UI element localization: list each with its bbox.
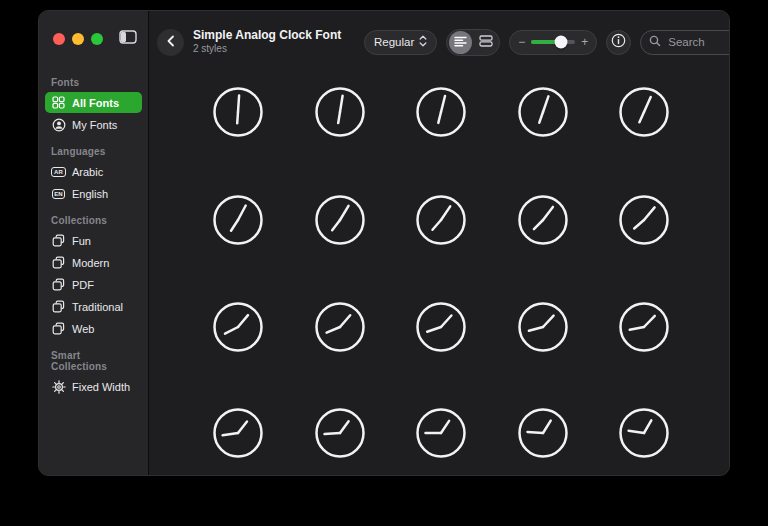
style-picker-value: Regular xyxy=(374,36,414,48)
sidebar-item-label: Arabic xyxy=(72,166,103,178)
increase-size-button[interactable]: + xyxy=(581,36,588,48)
sidebar-item-label: My Fonts xyxy=(72,119,117,131)
section-header-languages: Languages xyxy=(39,136,148,160)
clock-glyph-20[interactable] xyxy=(616,405,672,461)
search-field[interactable] xyxy=(640,30,730,55)
font-title: Simple Analog Clock Font xyxy=(193,28,355,43)
sample-text-view-button[interactable] xyxy=(449,31,472,54)
sidebar-item-traditional[interactable]: Traditional xyxy=(45,296,142,317)
clock-glyph-14[interactable] xyxy=(515,299,571,355)
info-icon xyxy=(611,33,626,52)
clock-glyph-3[interactable] xyxy=(413,84,469,140)
clock-glyph-8[interactable] xyxy=(413,192,469,248)
sidebar-item-fun[interactable]: Fun xyxy=(45,230,142,251)
sidebar-toggle-icon xyxy=(119,30,137,48)
clock-glyph-9[interactable] xyxy=(515,192,571,248)
collection-icon xyxy=(51,299,66,314)
collection-icon xyxy=(51,277,66,292)
stacked-rows-view-button[interactable] xyxy=(474,31,497,54)
font-book-window: FontsAll FontsMy FontsLanguagesARArabicE… xyxy=(38,10,730,476)
section-header-fonts: Fonts xyxy=(39,67,148,91)
section-header-smart-collections: Smart Collections xyxy=(39,340,148,375)
section-header-collections: Collections xyxy=(39,205,148,229)
sidebar-item-all-fonts[interactable]: All Fonts xyxy=(45,92,142,113)
collection-icon xyxy=(51,321,66,336)
sidebar-item-arabic[interactable]: ARArabic xyxy=(45,161,142,182)
chevron-left-icon xyxy=(166,33,176,51)
sidebar-item-my-fonts[interactable]: My Fonts xyxy=(45,114,142,135)
clock-glyph-1[interactable] xyxy=(210,84,266,140)
clock-glyph-18[interactable] xyxy=(413,405,469,461)
main-pane: Simple Analog Clock Font 2 styles Regula… xyxy=(149,11,730,475)
clock-glyph-11[interactable] xyxy=(210,299,266,355)
clock-glyph-2[interactable] xyxy=(312,84,368,140)
sidebar-item-english[interactable]: ENEnglish xyxy=(45,183,142,204)
badge-label: EN xyxy=(52,189,66,199)
title-block: Simple Analog Clock Font 2 styles xyxy=(193,28,355,56)
sidebar-item-label: Fixed Width xyxy=(72,381,130,393)
search-icon xyxy=(649,33,661,51)
clock-glyph-5[interactable] xyxy=(616,84,672,140)
font-subtitle: 2 styles xyxy=(193,43,355,56)
sidebar-sections: FontsAll FontsMy FontsLanguagesARArabicE… xyxy=(39,67,148,398)
sidebar-item-label: All Fonts xyxy=(72,97,119,109)
sidebar-item-label: PDF xyxy=(72,279,94,291)
clock-glyph-6[interactable] xyxy=(210,192,266,248)
zoom-button[interactable] xyxy=(91,33,103,45)
clock-glyph-7[interactable] xyxy=(312,192,368,248)
gear-icon xyxy=(51,379,66,394)
view-mode-segmented-control xyxy=(446,29,500,56)
info-button[interactable] xyxy=(606,30,631,55)
style-picker[interactable]: Regular xyxy=(364,30,437,55)
stacked-rows-icon xyxy=(479,33,493,51)
sidebar-titlebar xyxy=(39,11,148,67)
sidebar-item-web[interactable]: Web xyxy=(45,318,142,339)
glyph-grid xyxy=(149,73,730,475)
clock-glyph-4[interactable] xyxy=(515,84,571,140)
clock-glyph-16[interactable] xyxy=(210,405,266,461)
collection-icon xyxy=(51,255,66,270)
grid-icon xyxy=(51,95,66,110)
sidebar-item-label: Modern xyxy=(72,257,109,269)
language-badge-icon: EN xyxy=(51,186,66,201)
clock-glyph-19[interactable] xyxy=(515,405,571,461)
sidebar-item-fixed-width[interactable]: Fixed Width xyxy=(45,376,142,397)
clock-glyph-17[interactable] xyxy=(312,405,368,461)
traffic-lights xyxy=(53,33,103,45)
size-slider[interactable] xyxy=(531,40,575,44)
badge-label: AR xyxy=(51,167,65,177)
minimize-button[interactable] xyxy=(72,33,84,45)
language-badge-icon: AR xyxy=(51,164,66,179)
back-button[interactable] xyxy=(157,29,184,56)
toolbar: Simple Analog Clock Font 2 styles Regula… xyxy=(149,11,730,73)
sidebar-item-modern[interactable]: Modern xyxy=(45,252,142,273)
person-icon xyxy=(51,117,66,132)
size-slider-group: − + xyxy=(509,30,597,55)
search-input[interactable] xyxy=(666,35,730,49)
clock-glyph-12[interactable] xyxy=(312,299,368,355)
clock-glyph-10[interactable] xyxy=(616,192,672,248)
sidebar-item-label: Traditional xyxy=(72,301,123,313)
sidebar-item-pdf[interactable]: PDF xyxy=(45,274,142,295)
sidebar-item-label: English xyxy=(72,188,108,200)
clock-glyph-15[interactable] xyxy=(616,299,672,355)
text-lines-icon xyxy=(454,33,467,51)
sidebar-item-label: Fun xyxy=(72,235,91,247)
decrease-size-button[interactable]: − xyxy=(518,36,525,48)
sidebar-toggle-button[interactable] xyxy=(118,30,138,48)
sidebar-item-label: Web xyxy=(72,323,94,335)
clock-glyph-13[interactable] xyxy=(413,299,469,355)
slider-thumb[interactable] xyxy=(555,36,568,49)
chevron-up-down-icon xyxy=(419,35,427,49)
close-button[interactable] xyxy=(53,33,65,45)
collection-icon xyxy=(51,233,66,248)
sidebar: FontsAll FontsMy FontsLanguagesARArabicE… xyxy=(39,11,149,475)
